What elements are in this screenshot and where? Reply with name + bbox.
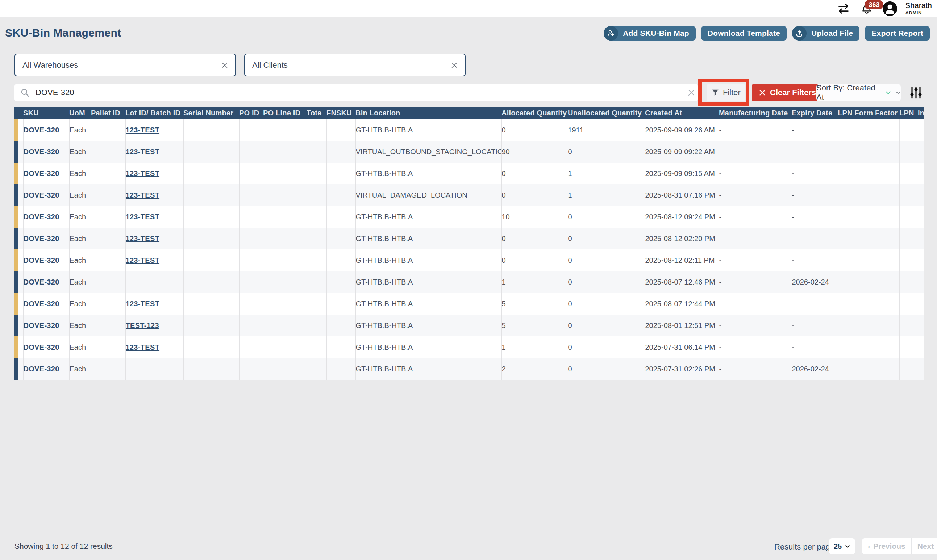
cell-tote: [307, 119, 326, 141]
person-icon: [883, 2, 897, 16]
column-header-po_id: PO ID: [239, 107, 263, 119]
cell-expiry_date: -: [792, 315, 838, 336]
clear-search-icon[interactable]: [687, 88, 696, 97]
cell-uom: Each: [69, 141, 91, 163]
client-select[interactable]: All Clients: [244, 54, 466, 76]
cell-uom: Each: [69, 336, 91, 358]
cell-serial_number: [183, 228, 239, 249]
export-report-button[interactable]: Export Report: [865, 26, 930, 40]
cell-fnsku: [326, 184, 355, 206]
cell-po_id: [239, 141, 263, 163]
cell-lpn: [899, 163, 918, 184]
cell-inv: [918, 271, 924, 293]
cell-tote: [307, 228, 326, 249]
cell-pallet_id: [91, 358, 125, 380]
user-name: Sharath: [905, 2, 932, 9]
row-accent-bar: [14, 141, 18, 163]
lot-id-link[interactable]: 123-TEST: [126, 148, 160, 155]
cell-sku: DOVE-320: [23, 271, 69, 293]
lot-id-link[interactable]: 123-TEST: [126, 256, 160, 264]
column-header-sku: SKU: [23, 107, 69, 119]
column-header-created_at: Created At: [645, 107, 719, 119]
cell-unallocated_quantity: 1: [568, 184, 645, 206]
lot-id-link[interactable]: 123-TEST: [126, 126, 160, 134]
row-accent-bar: [14, 336, 18, 358]
lot-id-link[interactable]: 123-TEST: [126, 191, 160, 199]
cell-unallocated_quantity: 0: [568, 228, 645, 249]
cell-expiry_date: -: [792, 336, 838, 358]
cell-lot_id: 123-TEST: [125, 249, 183, 271]
cell-sku: DOVE-320: [23, 141, 69, 163]
cell-po_line_id: [263, 184, 307, 206]
add-sku-bin-map-button[interactable]: Add SKU-Bin Map: [604, 26, 696, 40]
lot-id-link[interactable]: 123-TEST: [126, 235, 160, 243]
sort-by-dropdown[interactable]: Sort By: Created At: [817, 84, 901, 102]
previous-page-button[interactable]: ‹ Previous: [862, 538, 911, 554]
cell-bin_location: GT-HTB.B-HTB.A: [355, 293, 502, 315]
cell-serial_number: [183, 315, 239, 336]
cell-lot_id: [125, 358, 183, 380]
sort-by-label: Sort By: Created At: [817, 83, 881, 102]
cell-lot_id: [125, 271, 183, 293]
lot-id-link[interactable]: 123-TEST: [126, 169, 160, 177]
column-settings-button[interactable]: [908, 85, 924, 101]
row-accent-cell: [14, 184, 23, 206]
row-accent-cell: [14, 228, 23, 249]
lot-id-link[interactable]: 123-TEST: [126, 343, 160, 351]
cell-serial_number: [183, 336, 239, 358]
cell-sku: DOVE-320: [23, 249, 69, 271]
page-size-select[interactable]: 25: [829, 538, 855, 554]
download-template-button[interactable]: Download Template: [701, 26, 787, 40]
lot-id-link[interactable]: TEST-123: [126, 322, 159, 329]
table-row: DOVE-320Each123-TESTGT-HTB.B-HTB.A002025…: [14, 249, 924, 271]
filter-button[interactable]: Filter: [707, 84, 745, 102]
next-page-button[interactable]: Next ›: [912, 538, 937, 554]
clear-client-icon[interactable]: [451, 61, 458, 69]
table-row: DOVE-320Each123-TESTVIRTUAL_OUTBOUND_STA…: [14, 141, 924, 163]
row-accent-cell: [14, 358, 23, 380]
column-header-unallocated_quantity: Unallocated Quantity: [568, 107, 645, 119]
clear-warehouse-icon[interactable]: [221, 61, 228, 69]
row-accent-bar: [14, 358, 18, 380]
cell-lpn_form_factor: [838, 315, 899, 336]
cell-fnsku: [326, 271, 355, 293]
lot-id-link[interactable]: 123-TEST: [126, 213, 160, 221]
filters-row: All Warehouses All Clients: [14, 54, 466, 76]
cell-serial_number: [183, 206, 239, 228]
user-avatar[interactable]: [883, 2, 897, 16]
cell-po_id: [239, 163, 263, 184]
cell-po_id: [239, 184, 263, 206]
cell-po_line_id: [263, 358, 307, 380]
transfer-icon[interactable]: [836, 2, 851, 16]
cell-lot_id: 123-TEST: [125, 206, 183, 228]
column-header-inv: Inv: [918, 107, 924, 119]
search-input[interactable]: [14, 84, 698, 102]
cell-lpn_form_factor: [838, 358, 899, 380]
person-plus-icon: [604, 26, 618, 40]
cell-pallet_id: [91, 336, 125, 358]
cell-serial_number: [183, 163, 239, 184]
cell-fnsku: [326, 163, 355, 184]
next-label: Next: [917, 542, 934, 551]
cell-unallocated_quantity: 0: [568, 358, 645, 380]
notifications-button[interactable]: 363: [859, 1, 875, 17]
upload-file-button[interactable]: Upload File: [792, 26, 860, 40]
cell-inv: [918, 184, 924, 206]
cell-po_id: [239, 249, 263, 271]
cell-po_id: [239, 271, 263, 293]
cell-sku: DOVE-320: [23, 206, 69, 228]
cell-created_at: 2025-08-12 02:20 PM: [645, 228, 719, 249]
cell-tote: [307, 293, 326, 315]
cell-manufacturing_date: -: [719, 249, 792, 271]
lot-id-link[interactable]: 123-TEST: [126, 300, 160, 308]
cell-allocated_quantity: 0: [502, 163, 568, 184]
cell-expiry_date: -: [792, 228, 838, 249]
cell-allocated_quantity: 0: [502, 184, 568, 206]
row-accent-cell: [14, 163, 23, 184]
cell-sku: DOVE-320: [23, 163, 69, 184]
warehouse-select[interactable]: All Warehouses: [14, 54, 236, 76]
clear-filters-button[interactable]: Clear Filters: [752, 84, 823, 102]
row-accent-bar: [14, 184, 18, 206]
column-header-tote: Tote: [307, 107, 326, 119]
user-role: ADMIN: [905, 11, 932, 15]
